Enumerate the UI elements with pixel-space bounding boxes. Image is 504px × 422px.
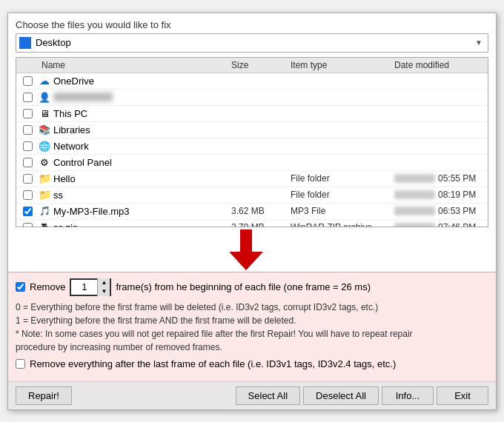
remove-frames-row: Remove ▲ ▼ frame(s) from he beginning of… — [16, 278, 488, 296]
file-name-onedrive: ☁ OneDrive — [39, 75, 228, 87]
red-arrow-icon — [230, 230, 274, 270]
list-item: ⚙ Control Panel — [16, 155, 488, 171]
file-name-thispc: 🖥 This PC — [39, 107, 228, 119]
file-checkbox-onedrive[interactable] — [23, 76, 33, 86]
location-dropdown-icon[interactable]: ▼ — [473, 38, 485, 47]
file-name-network: 🌐 Network — [39, 140, 228, 152]
file-name-user: 👤 — [39, 91, 228, 103]
info-line-2: 1 = Everything before the first frame AN… — [16, 314, 488, 327]
file-checkbox-ss[interactable] — [23, 190, 33, 200]
remove-last-checkbox[interactable] — [16, 359, 25, 369]
location-text: Desktop — [36, 37, 473, 48]
repair-button[interactable]: Repair! — [16, 386, 72, 405]
dialog-title: Choose the files you would like to fix — [8, 13, 496, 33]
file-list-container: Name Size Item type Date modified ☁ OneD… — [16, 57, 488, 227]
header-checkbox — [16, 60, 39, 70]
control-panel-icon: ⚙ — [39, 156, 50, 168]
file-checkbox-mp3[interactable] — [23, 207, 33, 216]
file-name-mp3: 🎵 My-MP3-File.mp3 — [39, 205, 228, 217]
info-text: 0 = Everything before the first frame wi… — [16, 301, 488, 354]
location-bar[interactable]: Desktop ▼ — [16, 33, 488, 53]
file-name-control: ⚙ Control Panel — [39, 156, 228, 168]
file-checkbox-network[interactable] — [23, 141, 33, 151]
list-item: 🌐 Network — [16, 138, 488, 155]
info-line-1: 0 = Everything before the first frame wi… — [16, 301, 488, 314]
list-item: 📚 Libraries — [16, 122, 488, 138]
remove-last-label: Remove everything after the last frame o… — [30, 358, 396, 369]
header-type: Item type — [288, 60, 391, 70]
location-icon — [19, 37, 31, 49]
user-icon: 👤 — [39, 91, 50, 103]
select-all-button[interactable]: Select All — [236, 386, 300, 405]
list-item: 🗜 ss.zip 2.79 MB WinRAR ZIP archive 07:4… — [16, 220, 488, 227]
list-item: 👤 — [16, 90, 488, 106]
list-item: 📁 ss File folder 08:19 PM — [16, 187, 488, 204]
file-list-header: Name Size Item type Date modified — [16, 58, 488, 73]
file-checkbox-user[interactable] — [23, 93, 33, 102]
date-blur — [394, 207, 435, 215]
button-row: Repair! Select All Deselect All Info... … — [8, 381, 496, 409]
header-size: Size — [228, 60, 288, 70]
zip-icon: 🗜 — [39, 221, 50, 227]
onedrive-icon: ☁ — [39, 75, 50, 87]
info-line-3: * Note: In some cases you will not get r… — [16, 327, 488, 341]
date-blur — [394, 190, 435, 199]
file-name-libraries: 📚 Libraries — [39, 124, 228, 135]
mp3-icon: 🎵 — [39, 205, 50, 217]
info-line-4: procedure by increasing number of remove… — [16, 341, 488, 354]
file-checkbox-hello[interactable] — [23, 174, 33, 184]
header-date: Date modified — [391, 60, 488, 70]
spinner-buttons: ▲ ▼ — [97, 278, 110, 296]
network-icon: 🌐 — [39, 140, 50, 152]
file-name-zip: 🗜 ss.zip — [39, 221, 228, 227]
main-dialog: Choose the files you would like to fix D… — [7, 13, 497, 410]
list-item: 📁 Hello File folder 05:55 PM — [16, 171, 488, 187]
bottom-section: Remove ▲ ▼ frame(s) from he beginning of… — [8, 272, 496, 381]
svg-marker-0 — [230, 230, 263, 270]
folder-icon: 📁 — [39, 189, 50, 201]
library-icon: 📚 — [39, 124, 50, 135]
blurred-name — [53, 93, 113, 101]
file-checkbox-libraries[interactable] — [23, 125, 33, 135]
frames-spinner[interactable]: ▲ ▼ — [70, 278, 111, 296]
file-checkbox-thispc[interactable] — [23, 109, 33, 118]
spinner-up-button[interactable]: ▲ — [98, 278, 110, 287]
remove-frames-checkbox[interactable] — [16, 282, 25, 292]
file-name-hello: 📁 Hello — [39, 173, 228, 184]
pc-icon: 🖥 — [39, 107, 50, 119]
remove-label-after: frame(s) from he beginning of each file … — [116, 281, 371, 292]
header-name: Name — [39, 60, 228, 70]
info-button[interactable]: Info... — [382, 386, 434, 405]
arrow-section — [8, 227, 496, 272]
file-checkbox-control[interactable] — [23, 158, 33, 167]
date-blur — [394, 174, 435, 183]
file-name-ss: 📁 ss — [39, 189, 228, 201]
list-item: ☁ OneDrive — [16, 73, 488, 90]
list-item: 🎵 My-MP3-File.mp3 3.62 MB MP3 File 06:53… — [16, 204, 488, 220]
folder-icon: 📁 — [39, 173, 50, 184]
deselect-all-button[interactable]: Deselect All — [303, 386, 379, 405]
frames-input[interactable] — [71, 281, 97, 292]
remove-label-before: Remove — [30, 281, 65, 292]
list-item: 🖥 This PC — [16, 106, 488, 122]
exit-button[interactable]: Exit — [437, 386, 488, 405]
remove-last-row: Remove everything after the last frame o… — [16, 358, 488, 369]
spinner-down-button[interactable]: ▼ — [98, 287, 110, 296]
